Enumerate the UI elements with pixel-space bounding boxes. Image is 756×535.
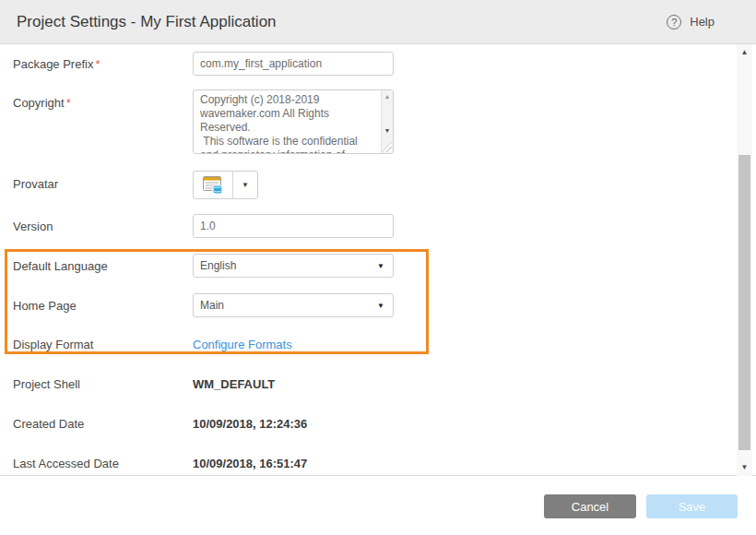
help-icon: ?: [667, 15, 681, 30]
label-text: Package Prefix: [13, 57, 93, 71]
display-format-label: Display Format: [13, 338, 93, 351]
copyright-label: Copyright*: [13, 96, 71, 110]
provatar-label: Provatar: [13, 177, 58, 191]
configure-formats-link[interactable]: Configure Formats: [193, 338, 292, 351]
page-title: Project Settings - My First Application: [17, 13, 277, 31]
vertical-scrollbar[interactable]: ▲ ▼: [737, 44, 752, 476]
scroll-up-icon[interactable]: ▲: [737, 46, 752, 59]
last-accessed-date-label: Last Accessed Date: [13, 457, 119, 470]
chevron-down-icon: ▼: [377, 302, 384, 310]
version-label: Version: [13, 220, 53, 233]
created-date-label: Created Date: [13, 417, 84, 431]
chevron-down-icon[interactable]: ▼: [233, 172, 257, 198]
last-accessed-date-value: 10/09/2018, 16:51:47: [193, 457, 307, 470]
required-asterisk: *: [95, 57, 100, 71]
label-text: Copyright: [13, 96, 65, 110]
version-input[interactable]: [193, 214, 394, 238]
dialog-header: Project Settings - My First Application …: [0, 0, 756, 44]
default-language-label: Default Language: [13, 259, 108, 273]
project-shell-label: Project Shell: [13, 377, 80, 391]
scrollbar-thumb[interactable]: [738, 155, 750, 450]
home-page-select[interactable]: Main ▼: [193, 293, 394, 317]
created-date-value: 10/09/2018, 12:24:36: [193, 417, 307, 431]
provatar-icon[interactable]: [194, 172, 233, 198]
package-prefix-input[interactable]: [193, 52, 394, 76]
package-prefix-label: Package Prefix*: [13, 57, 100, 71]
help-label: Help: [690, 15, 715, 29]
home-page-label: Home Page: [13, 299, 77, 313]
selected-value: Main: [200, 299, 224, 312]
scroll-down-icon[interactable]: ▼: [737, 461, 752, 474]
save-button[interactable]: Save: [646, 494, 738, 518]
scroll-down-icon[interactable]: ▼: [382, 125, 393, 137]
project-shell-value: WM_DEFAULT: [193, 377, 275, 391]
chevron-down-icon: ▼: [377, 262, 384, 270]
cancel-button[interactable]: Cancel: [544, 494, 636, 518]
footer-divider: [0, 475, 756, 476]
help-button[interactable]: ? Help: [667, 15, 715, 30]
copyright-text: Copyright (c) 2018-2019 wavemaker.com Al…: [194, 90, 381, 153]
provatar-button[interactable]: ▼: [193, 171, 258, 199]
scroll-up-icon[interactable]: ▲: [382, 91, 393, 102]
selected-value: English: [200, 259, 236, 272]
copyright-textarea[interactable]: Copyright (c) 2018-2019 wavemaker.com Al…: [193, 89, 394, 154]
default-language-select[interactable]: English ▼: [193, 254, 394, 278]
required-asterisk: *: [66, 96, 71, 110]
